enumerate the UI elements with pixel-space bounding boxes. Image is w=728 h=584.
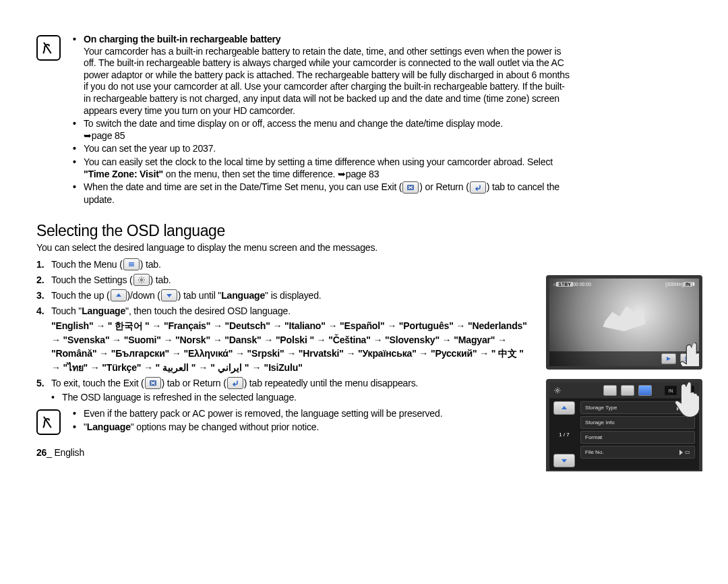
tab-1[interactable]	[603, 385, 617, 396]
up-icon	[111, 289, 127, 301]
page-counter: 1 / 7	[559, 432, 570, 438]
note-year-limit: You can set the year up to 2037.	[73, 143, 572, 155]
gear-icon	[133, 274, 150, 286]
svg-rect-1	[129, 262, 134, 263]
svg-rect-3	[129, 265, 134, 266]
memory-badge: IN	[684, 282, 692, 287]
exit-icon	[145, 377, 161, 389]
play-button[interactable]	[661, 353, 676, 364]
exit-icon	[402, 181, 419, 194]
note-timezone: You can easily set the clock to the loca…	[73, 156, 572, 180]
battery-icon: ▮	[692, 281, 695, 287]
return-icon	[470, 181, 486, 194]
tab-2[interactable]	[621, 385, 634, 396]
hand-icon	[677, 339, 702, 370]
step-5: To exit, touch the Exit () tab or Return…	[36, 377, 535, 404]
note-icon	[36, 409, 61, 435]
section-intro: You can select the desired language to d…	[36, 241, 535, 254]
note-icon	[36, 35, 61, 61]
step-3: Touch the up ()/down () tab until "Langu…	[36, 289, 535, 302]
step-5-sub: The OSD language is refreshed in the sel…	[51, 391, 535, 404]
note-change: "Language" options may be changed withou…	[73, 421, 572, 434]
down-icon	[161, 289, 177, 301]
row-file-no[interactable]: File No.▭	[580, 446, 695, 459]
return-icon	[227, 377, 243, 389]
step-4: Touch "Language", then touch the desired…	[36, 305, 535, 374]
language-chain: "English" → " 한국어 " → "Français" → "Deut…	[51, 319, 535, 374]
camcorder-preview-screen: ⌂ STBY 00:00:00 [300Min] IN ▮	[546, 275, 702, 370]
section-heading: Selecting the OSD language	[36, 222, 692, 240]
hand-icon	[672, 379, 702, 419]
step-1: Touch the Menu () tab.	[36, 258, 535, 271]
note-exit-return: When the date and time are set in the Da…	[73, 181, 572, 206]
note-battery-heading: On charging the built-in rechargeable ba…	[73, 34, 572, 117]
step-2: Touch the Settings () tab.	[36, 274, 535, 287]
svg-point-9	[557, 390, 559, 392]
rec-time: 00:00:00	[573, 282, 591, 287]
menu-icon	[123, 258, 140, 270]
note-display-toggle: To switch the date and time display on o…	[73, 118, 572, 142]
settings-screen-1: IN ▮ 1 / 7 Storage TypeIN Storage Info F…	[546, 379, 702, 471]
down-button[interactable]	[553, 454, 575, 467]
note-persist: Even if the battery pack or AC power is …	[73, 408, 572, 420]
up-button[interactable]	[553, 401, 575, 415]
svg-point-4	[140, 279, 142, 281]
stby-badge: STBY	[556, 282, 573, 287]
row-format[interactable]: Format	[580, 431, 695, 444]
remain-time: [300Min]	[665, 282, 684, 287]
gear-icon	[553, 386, 562, 395]
svg-rect-2	[129, 264, 134, 264]
tab-settings[interactable]	[638, 385, 652, 396]
